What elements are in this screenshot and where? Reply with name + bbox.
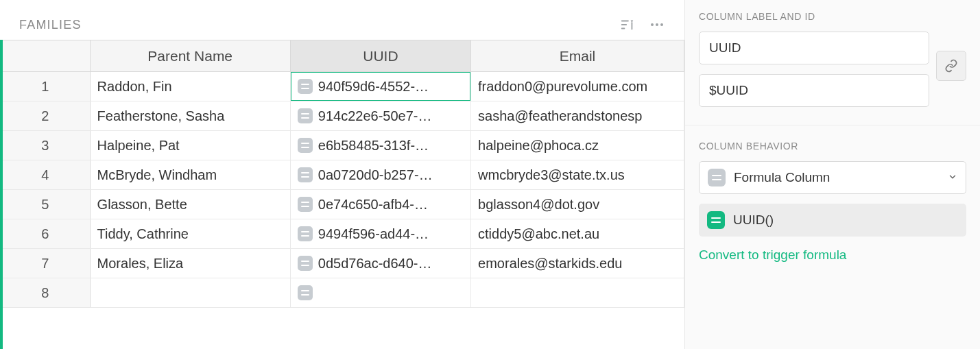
table-title: FAMILIES (19, 18, 82, 32)
cell-parent-name[interactable]: Halpeine, Pat (90, 131, 290, 160)
row-number[interactable]: 5 (1, 190, 91, 219)
uuid-value: 940f59d6-4552-… (318, 79, 429, 95)
column-config-panel: COLUMN LABEL AND ID COLUMN BEHAVIOR For (684, 0, 980, 349)
section-column-label-id: COLUMN LABEL AND ID (699, 11, 966, 22)
row-number[interactable]: 2 (1, 101, 91, 131)
main-area: FAMILIES (0, 0, 684, 349)
link-label-id-button[interactable] (936, 51, 966, 81)
column-behavior-select[interactable]: Formula Column (699, 161, 966, 194)
column-header-uuid[interactable]: UUID (290, 40, 470, 72)
cell-uuid[interactable]: 9494f596-ad44-… (290, 219, 470, 249)
row-number[interactable]: 6 (1, 219, 91, 249)
uuid-value: 0e74c650-afb4-… (318, 197, 428, 213)
reference-icon (298, 79, 313, 94)
column-label-input[interactable] (699, 32, 929, 64)
cell-email[interactable]: ctiddy5@abc.net.au (471, 219, 684, 249)
table-row[interactable]: 4McBryde, Windham0a0720d0-b257-…wmcbryde… (1, 160, 684, 190)
uuid-value: 0d5d76ac-d640-… (318, 256, 432, 272)
row-number[interactable]: 7 (1, 249, 91, 278)
reference-icon (298, 197, 313, 212)
cell-parent-name[interactable]: McBryde, Windham (90, 160, 290, 190)
section-column-behavior: COLUMN BEHAVIOR (699, 141, 966, 152)
convert-to-trigger-link[interactable]: Convert to trigger formula (699, 248, 966, 263)
cell-email[interactable]: wmcbryde3@state.tx.us (471, 160, 684, 190)
reference-icon (298, 285, 313, 300)
table-row[interactable]: 8 (1, 278, 684, 308)
row-number[interactable]: 4 (1, 160, 91, 190)
cell-email[interactable]: emorales@starkids.edu (471, 249, 684, 278)
data-table[interactable]: Parent Name UUID Email 1Raddon, Fin940f5… (0, 40, 684, 308)
reference-icon (298, 226, 313, 241)
cell-parent-name[interactable]: Raddon, Fin (90, 72, 290, 101)
column-id-input[interactable] (699, 74, 929, 107)
table-row[interactable]: 6Tiddy, Cathrine9494f596-ad44-…ctiddy5@a… (1, 219, 684, 249)
table-row[interactable]: 5Glasson, Bette0e74c650-afb4-…bglasson4@… (1, 190, 684, 219)
formula-column-icon (708, 169, 726, 186)
row-number-header[interactable] (1, 40, 91, 72)
cell-parent-name[interactable] (90, 278, 290, 308)
more-menu-icon[interactable] (649, 16, 665, 33)
svg-point-4 (651, 23, 654, 26)
reference-icon (298, 167, 313, 182)
cell-email[interactable]: halpeine@phoca.cz (471, 131, 684, 160)
cell-parent-name[interactable]: Morales, Eliza (90, 249, 290, 278)
cell-parent-name[interactable]: Glasson, Bette (90, 190, 290, 219)
column-behavior-value: Formula Column (734, 170, 830, 185)
svg-point-5 (656, 23, 658, 26)
formula-text: UUID() (733, 213, 774, 228)
reference-icon (298, 138, 313, 153)
cell-parent-name[interactable]: Featherstone, Sasha (90, 101, 290, 131)
row-number[interactable]: 3 (1, 131, 91, 160)
cell-uuid[interactable] (290, 278, 470, 308)
cell-email[interactable]: fraddon0@purevolume.com (471, 72, 684, 101)
cell-email[interactable] (471, 278, 684, 308)
column-header-parent-name[interactable]: Parent Name (90, 40, 290, 72)
table-row[interactable]: 2Featherstone, Sasha914c22e6-50e7-…sasha… (1, 101, 684, 131)
cell-uuid[interactable]: 940f59d6-4552-… (290, 72, 470, 101)
cell-email[interactable]: bglasson4@dot.gov (471, 190, 684, 219)
reference-icon (298, 256, 313, 271)
cell-uuid[interactable]: 0e74c650-afb4-… (290, 190, 470, 219)
uuid-value: 9494f596-ad44-… (318, 226, 429, 242)
active-table-indicator (0, 40, 3, 349)
cell-uuid[interactable]: 914c22e6-50e7-… (290, 101, 470, 131)
cell-uuid[interactable]: 0d5d76ac-d640-… (290, 249, 470, 278)
table-row[interactable]: 3Halpeine, Pate6b58485-313f-…halpeine@ph… (1, 131, 684, 160)
uuid-value: 0a0720d0-b257-… (318, 167, 433, 183)
column-header-email[interactable]: Email (471, 40, 684, 72)
cell-email[interactable]: sasha@featherandstonesp (471, 101, 684, 131)
svg-point-6 (660, 23, 663, 26)
reference-icon (298, 108, 313, 123)
table-row[interactable]: 1Raddon, Fin940f59d6-4552-…fraddon0@pure… (1, 72, 684, 101)
sort-filter-icon[interactable] (620, 17, 635, 32)
row-number[interactable]: 1 (1, 72, 91, 101)
chevron-down-icon (948, 170, 957, 185)
cell-uuid[interactable]: 0a0720d0-b257-… (290, 160, 470, 190)
uuid-value: e6b58485-313f-… (318, 138, 429, 154)
row-number[interactable]: 8 (1, 278, 91, 308)
cell-parent-name[interactable]: Tiddy, Cathrine (90, 219, 290, 249)
table-container: Parent Name UUID Email 1Raddon, Fin940f5… (0, 40, 684, 349)
formula-editor[interactable]: UUID() (699, 204, 966, 237)
cell-uuid[interactable]: e6b58485-313f-… (290, 131, 470, 160)
uuid-value: 914c22e6-50e7-… (318, 108, 432, 124)
table-row[interactable]: 7Morales, Eliza0d5d76ac-d640-…emorales@s… (1, 249, 684, 278)
formula-icon (707, 211, 725, 229)
